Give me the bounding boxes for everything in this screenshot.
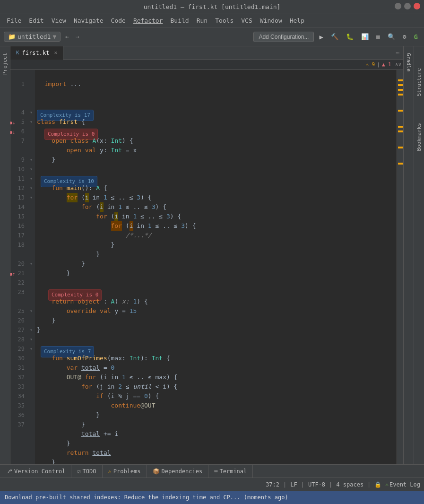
menu-navigate[interactable]: Navigate (71, 16, 106, 25)
problems-icon: ⚠ (108, 468, 112, 475)
project-tab[interactable]: Project (0, 50, 9, 78)
line-separator2: | (301, 481, 304, 488)
fold-icon-20[interactable]: ▾ (30, 259, 33, 269)
code-line-11: for (i in 1 ≤ .. ≤ 3) { (37, 202, 397, 212)
code-line-7: } (37, 155, 397, 165)
fold-icon-9[interactable]: ▾ (30, 155, 33, 165)
project-icon: 📁 (8, 33, 16, 40)
fold-icon-12[interactable]: ▾ (30, 183, 33, 193)
tab-close-icon[interactable]: × (54, 50, 57, 56)
version-control-tab[interactable]: ⎇ Version Control (0, 465, 71, 478)
menu-refactor[interactable]: Refactor (130, 16, 166, 25)
close-button[interactable] (414, 3, 420, 9)
toolbar: 📁 untitled1 ▼ ← → Add Configuration... ▶… (0, 27, 424, 46)
tab-first-kt[interactable]: K first.kt × (10, 46, 63, 60)
stop-button[interactable]: ■ (374, 32, 382, 42)
indent-setting[interactable]: 4 spaces (336, 481, 363, 488)
todo-tab[interactable]: ☑ TODO (71, 465, 102, 478)
editor-container: K first.kt × ⋯ ⚠ 9 | ▲ 1 ∧ ∨ 1 (10, 46, 403, 464)
code-line-9: fun main(): A { (37, 183, 397, 193)
code-editor[interactable]: 1 4 ●↓5 ●↓6 7 9 10 11 12 13 14 15 16 17 … (10, 70, 403, 464)
nav-forward-button[interactable]: → (74, 32, 81, 41)
info-message: Download pre-built shared indexes: Reduc… (5, 494, 288, 501)
code-line-27: OUT@ for (i in 1 ≤ .. ≤ max) { (37, 373, 397, 382)
project-selector[interactable]: 📁 untitled1 ▼ (4, 32, 61, 42)
problems-tab[interactable]: ⚠ Problems (103, 465, 147, 478)
event-log-label: Event Log (389, 481, 420, 488)
fold-icon-4[interactable]: ▾ (30, 108, 33, 117)
scroll-up-button[interactable]: ∧ (395, 61, 398, 68)
version-control-icon: ⎇ (6, 468, 12, 475)
line-separator3: | (329, 481, 332, 488)
code-line-15: } (37, 240, 397, 250)
debug-button[interactable]: 🐛 (344, 32, 356, 42)
gradle-sidebar[interactable]: Gradle (403, 46, 414, 464)
status-bar: 37:2 | LF | UTF-8 | 4 spaces | 🔒 ⚠ Event… (0, 478, 424, 491)
fold-icon-25[interactable]: ▾ (30, 306, 33, 316)
add-configuration-button[interactable]: Add Configuration... (253, 32, 314, 42)
maximize-button[interactable] (404, 3, 411, 9)
structure-tab[interactable]: Structure (415, 65, 424, 99)
menu-build[interactable]: Build (168, 16, 192, 25)
dependencies-tab[interactable]: 📦 Dependencies (147, 465, 209, 478)
event-log-warning-icon: ⚠ (385, 481, 389, 487)
code-line-14: /*...*/ (37, 231, 397, 240)
project-sidebar[interactable]: Project (0, 46, 10, 464)
gradle-tab[interactable]: Gradle (404, 50, 413, 75)
fold-icon-28[interactable]: ▾ (30, 335, 33, 344)
menu-vcs[interactable]: VCS (238, 16, 255, 25)
event-log-button[interactable]: ⚠ Event Log (385, 481, 420, 488)
code-line-29: if (i % j == 0) { (37, 391, 397, 401)
warning-count: ⚠ 9 (365, 61, 375, 68)
fold-icon-29[interactable]: ▾ (30, 344, 33, 354)
scroll-down-button[interactable]: ∨ (398, 61, 401, 68)
code-line-17: } (37, 259, 397, 269)
menu-file[interactable]: File (4, 16, 24, 25)
search-everywhere-button[interactable]: 🔍 (385, 32, 398, 42)
code-line-30: continue@OUT (37, 401, 397, 410)
fold-icon-5[interactable]: ▾ (30, 117, 33, 127)
gradle-action-button[interactable]: G (412, 32, 420, 42)
tab-more-button[interactable]: ⋯ (392, 49, 403, 56)
menu-code[interactable]: Code (108, 16, 129, 25)
code-line-36: } (37, 458, 397, 464)
code-line-18: } (37, 269, 397, 278)
menu-view[interactable]: View (49, 16, 69, 25)
fold-icon-10[interactable]: ▾ (30, 165, 33, 174)
coverage-button[interactable]: 📊 (359, 32, 371, 42)
run-button[interactable]: ▶ (317, 32, 325, 42)
kotlin-file-icon: K (16, 50, 19, 56)
code-line-5: open class A(x: Int) { (37, 136, 397, 146)
menu-window[interactable]: Window (257, 16, 285, 25)
menu-edit[interactable]: Edit (26, 16, 46, 25)
code-line-31: } (37, 410, 397, 420)
tab-bar: K first.kt × ⋯ (10, 46, 403, 60)
code-line-26: var total = 0 (37, 363, 397, 373)
dependencies-icon: 📦 (153, 468, 160, 475)
menu-run[interactable]: Run (194, 16, 210, 25)
structure-sidebar[interactable]: Structure Bookmarks (414, 46, 424, 464)
minimize-button[interactable] (395, 3, 401, 9)
code-line-1: import ... (37, 79, 397, 89)
terminal-tab[interactable]: ⌨ Terminal (208, 465, 253, 478)
code-line-32: } (37, 420, 397, 429)
fold-icon-11[interactable]: ▾ (30, 174, 33, 183)
bookmarks-tab[interactable]: Bookmarks (415, 120, 424, 154)
code-content[interactable]: import ... Complexity is 17 class first … (35, 70, 397, 464)
fold-icon-27[interactable]: ▾ (30, 325, 33, 335)
nav-back-button[interactable]: ← (63, 32, 71, 41)
window-title: untitled1 – first.kt [untitled1.main] (144, 3, 281, 10)
fold-icon-13[interactable]: ▾ (30, 193, 33, 202)
menu-help[interactable]: Help (287, 16, 307, 25)
line-ending[interactable]: LF (290, 481, 297, 488)
readonly-icon: 🔒 (374, 481, 381, 488)
build-button[interactable]: 🔨 (329, 32, 341, 42)
editor-header: ⚠ 9 | ▲ 1 ∧ ∨ (10, 60, 403, 70)
cursor-position: 37:2 (266, 481, 279, 488)
code-line-6: open val y: Int = x (37, 146, 397, 155)
settings-button[interactable]: ⚙ (400, 32, 409, 42)
project-name: untitled1 (17, 33, 51, 40)
menu-tools[interactable]: Tools (212, 16, 236, 25)
code-line-28: for (j in 2 ≤ until < i) { (37, 382, 397, 391)
encoding[interactable]: UTF-8 (308, 481, 325, 488)
